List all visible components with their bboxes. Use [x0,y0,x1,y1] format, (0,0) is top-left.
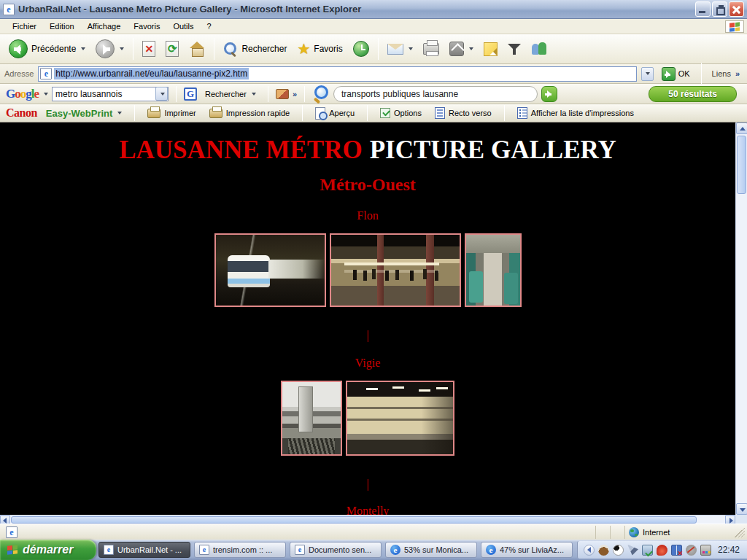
star-icon: ★ [297,42,310,56]
status-pane-main: e [2,526,596,539]
menu-affichage[interactable]: Affichage [81,20,128,33]
horizontal-scrollbar[interactable] [0,515,735,524]
browser-viewport: LAUSANNE MÉTROPICTURE GALLERY Métro-Oues… [0,122,735,515]
easy-webprint-menu[interactable]: Easy-WebPrint [42,106,127,120]
desktop-search-icon[interactable] [312,85,330,103]
options-button[interactable]: Options [376,106,426,120]
canon-logo: Canon [6,106,37,120]
home-button[interactable] [185,39,209,59]
mail-button[interactable] [383,41,417,58]
refresh-button[interactable]: ⟳ [161,38,183,60]
back-button[interactable]: Précédente [4,36,90,61]
ie-e-icon: e [486,545,496,555]
mail-dropdown-icon [409,47,413,50]
google-chevron-icon[interactable]: » [293,90,297,98]
menu-bar: Fichier Edition Affichage Favoris Outils… [0,19,747,34]
photo-vigie-outdoor [281,381,342,456]
url-text-selected[interactable]: http://www.urbanrail.net/eu/lau/lausanne… [54,68,249,79]
start-button[interactable]: démarrer [0,540,96,560]
home-icon [189,42,205,56]
page-title-white: PICTURE GALLERY [370,136,616,164]
preview-button[interactable]: Aperçu [311,106,359,121]
task-documento[interactable]: e Documento sen... [290,542,382,558]
status-pane-small [596,526,611,539]
vertical-scroll-thumb[interactable] [737,136,746,194]
print-button[interactable] [419,40,444,58]
menu-aide[interactable]: ? [201,20,218,33]
duplex-button[interactable]: Recto verso [430,106,496,120]
quick-print-button[interactable]: Impression rapide [205,107,294,120]
secondary-search-input[interactable]: transports publiques lausanne [333,86,538,102]
forward-button[interactable] [91,36,128,61]
scroll-down-button[interactable] [736,503,747,515]
favorites-button[interactable]: ★ Favoris [293,39,347,59]
printer-tray-icon[interactable] [700,545,711,556]
google-search-label: Rechercher [205,90,247,98]
favorites-label: Favoris [314,44,342,54]
panda-antivirus-icon[interactable] [613,545,624,556]
duplex-icon [435,107,445,119]
task-download-livia[interactable]: e 47% sur LiviaAz... [481,542,573,558]
toolbar-separator [268,86,268,102]
research-button[interactable] [503,39,525,58]
download-manager-icon[interactable] [657,545,667,556]
tray-collapse-button[interactable] [584,545,595,556]
google-search-button[interactable]: Rechercher [201,87,260,101]
task-download-monica[interactable]: e 53% sur Monica... [385,542,477,558]
restore-button[interactable] [712,1,727,17]
close-button[interactable] [729,1,744,17]
network-offline-icon[interactable] [671,545,682,556]
resize-grip[interactable] [735,527,745,537]
google-query-dropdown[interactable] [155,87,168,101]
task-trensim[interactable]: e trensim.com :: ... [194,542,286,558]
toolbar-separator [367,105,368,121]
photo-flon-train [214,233,326,307]
minimize-button[interactable] [695,1,711,17]
discuss-button[interactable] [479,39,502,59]
back-dropdown-icon [81,47,85,50]
address-input[interactable]: e http://www.urbanrail.net/eu/lau/lausan… [38,66,636,82]
links-menu[interactable]: Liens » [709,69,743,78]
menu-favoris[interactable]: Favoris [127,20,166,33]
menu-fichier[interactable]: Fichier [6,20,43,33]
google-dropdown-icon[interactable] [44,93,48,96]
internet-zone-icon [629,527,639,537]
search-icon [223,42,238,56]
edit-button[interactable] [445,39,478,59]
edit-icon [449,42,464,56]
horizontal-scroll-thumb[interactable] [11,516,697,524]
windows-update-icon[interactable] [642,545,653,556]
page-title-red: LAUSANNE MÉTRO [119,136,363,164]
results-count-button[interactable]: 50 résultats [649,86,737,102]
task-urbanrail[interactable]: e UrbanRail.Net - ... [98,542,190,558]
pointer-tray-icon[interactable] [627,545,638,556]
title-bar: e UrbanRail.Net - Lausanne Metro Picture… [0,0,747,19]
print-button-canon[interactable]: Imprimer [143,107,200,120]
java-tray-icon[interactable] [598,545,609,556]
toolbar-separator [214,38,214,60]
google-search-input[interactable]: metro lausannois [52,87,169,101]
edit-dropdown-icon [469,47,473,50]
google-logo[interactable]: Google [6,87,39,101]
history-button[interactable] [349,38,374,60]
print-list-button[interactable]: Afficher la liste d'impressions [513,106,638,120]
preview-label: Aperçu [329,109,355,117]
google-news-icon[interactable] [276,89,289,99]
menu-outils[interactable]: Outils [166,20,200,33]
ie-window: e UrbanRail.Net - Lausanne Metro Picture… [0,0,747,560]
volume-muted-icon[interactable] [686,545,697,556]
vertical-scrollbar[interactable] [735,122,747,515]
line-divider: | [0,478,735,491]
quick-print-label: Impression rapide [226,109,290,117]
search-button[interactable]: Rechercher [219,39,291,59]
address-dropdown-button[interactable] [641,67,654,81]
window-title: UrbanRail.Net - Lausanne Metro Picture G… [18,4,694,15]
secondary-search-go-button[interactable] [541,86,557,102]
menu-edition[interactable]: Edition [43,20,81,33]
stop-button[interactable]: ✕ [138,38,160,60]
scroll-up-button[interactable] [736,122,747,134]
toolbar-separator [378,38,379,60]
note-icon [484,42,498,56]
messenger-button[interactable] [527,39,551,59]
go-button[interactable]: OK [658,66,694,82]
